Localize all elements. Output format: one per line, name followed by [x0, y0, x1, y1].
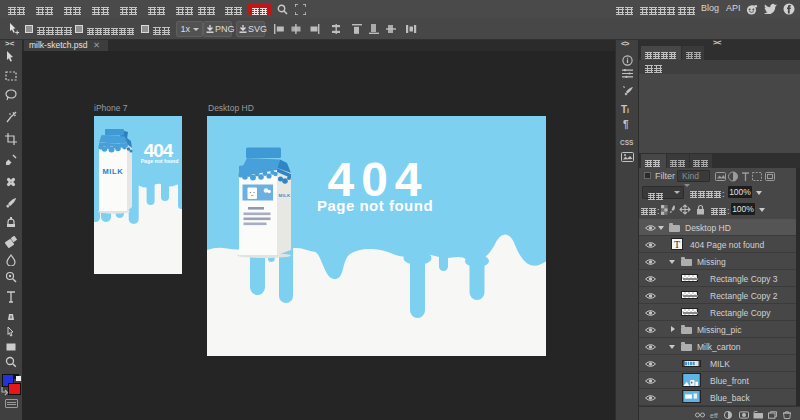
svg-text:MILK: MILK — [103, 167, 124, 176]
svg-text:eff: eff — [710, 412, 718, 419]
svg-text:Page not found: Page not found — [141, 158, 179, 164]
svg-text:MILK: MILK — [279, 193, 291, 198]
svg-text:Page not found: Page not found — [317, 197, 433, 214]
